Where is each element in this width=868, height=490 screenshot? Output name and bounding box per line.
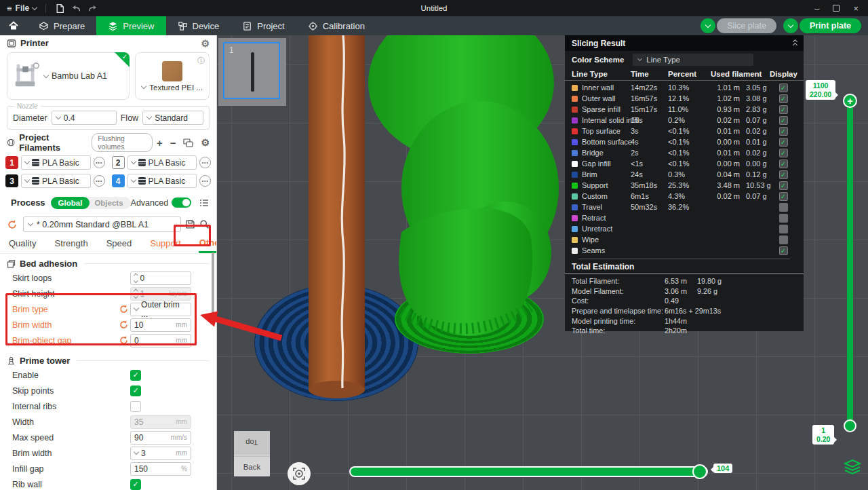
plate-thumbnail[interactable]: 1 bbox=[218, 38, 286, 106]
display-checkbox[interactable]: ✓ bbox=[779, 83, 788, 92]
tab-calibration[interactable]: Calibration bbox=[296, 16, 376, 35]
undo-icon[interactable] bbox=[71, 3, 81, 14]
add-filament-button[interactable]: + bbox=[157, 137, 163, 149]
slice-plate-dropdown[interactable] bbox=[701, 18, 715, 33]
search-icon[interactable] bbox=[199, 219, 210, 229]
select-brim-type[interactable]: Outer brim ... bbox=[130, 303, 191, 316]
display-checkbox[interactable] bbox=[779, 225, 788, 233]
layer-slider-bottom-handle[interactable] bbox=[844, 419, 856, 432]
tab-device[interactable]: Device bbox=[166, 16, 231, 35]
spinner-arrows[interactable] bbox=[134, 290, 138, 297]
navcube-face-back[interactable]: Back bbox=[234, 457, 270, 476]
diameter-select[interactable]: 0.4 bbox=[52, 111, 117, 125]
filament-select[interactable]: PLA Basic bbox=[127, 155, 197, 170]
sidebar-scrollbar[interactable] bbox=[212, 252, 214, 315]
display-checkbox[interactable]: ✓ bbox=[779, 149, 788, 157]
display-checkbox[interactable]: ✓ bbox=[779, 94, 788, 103]
home-button[interactable] bbox=[0, 16, 27, 35]
tab-strength[interactable]: Strength bbox=[54, 235, 88, 252]
slice-plate-button[interactable]: Slice plate bbox=[717, 18, 776, 33]
tab-others[interactable]: Others bbox=[199, 234, 217, 253]
redo-icon[interactable] bbox=[87, 3, 98, 14]
global-objects-toggle[interactable]: Global Objects bbox=[51, 197, 131, 209]
display-checkbox[interactable]: ✓ bbox=[779, 192, 788, 201]
move-slider-handle[interactable] bbox=[692, 464, 707, 479]
file-menu-button[interactable]: ≡ File bbox=[7, 3, 37, 14]
preset-select[interactable]: * 0.20mm Standard @BBL A1 bbox=[23, 216, 181, 232]
display-checkbox[interactable]: ✓ bbox=[779, 105, 788, 114]
input-infill-gap[interactable]: 150% bbox=[130, 462, 191, 476]
input-max-speed[interactable]: 90mm/s bbox=[130, 431, 191, 445]
reset-icon[interactable] bbox=[119, 335, 129, 345]
printer-settings-gear-icon[interactable]: ⚙ bbox=[201, 38, 210, 49]
filament-select[interactable]: PLA Basic bbox=[21, 174, 91, 188]
toggle-objects[interactable]: Objects bbox=[90, 197, 130, 209]
toggle-global[interactable]: Global bbox=[51, 197, 90, 209]
filament-more-button[interactable]: ••• bbox=[94, 175, 105, 187]
new-file-icon[interactable] bbox=[55, 3, 65, 14]
center-view-button[interactable] bbox=[288, 462, 311, 485]
checkbox-enable[interactable]: ✓ bbox=[130, 370, 141, 381]
checkbox-skip-points[interactable]: ✓ bbox=[130, 385, 141, 396]
advanced-toggle[interactable] bbox=[172, 197, 191, 208]
list-view-icon[interactable] bbox=[199, 199, 209, 207]
tab-speed[interactable]: Speed bbox=[106, 235, 133, 252]
minimize-button[interactable]: – bbox=[814, 3, 819, 14]
display-checkbox[interactable]: ✓ bbox=[779, 116, 788, 125]
tab-support[interactable]: Support bbox=[149, 235, 182, 252]
display-checkbox[interactable] bbox=[779, 214, 788, 223]
filament-number-badge[interactable]: 4 bbox=[112, 174, 125, 187]
checkbox-rib-wall[interactable]: ✓ bbox=[130, 479, 141, 490]
display-checkbox[interactable]: ✓ bbox=[779, 170, 788, 179]
filament-select[interactable]: PLA Basic bbox=[21, 155, 91, 170]
display-checkbox[interactable] bbox=[779, 235, 788, 244]
save-preset-icon[interactable] bbox=[185, 219, 195, 229]
reset-icon[interactable] bbox=[119, 304, 129, 314]
display-checkbox[interactable]: ✓ bbox=[779, 138, 788, 147]
navcube-face-top[interactable]: Top bbox=[234, 431, 270, 453]
move-slider[interactable] bbox=[349, 466, 708, 477]
display-checkbox[interactable]: ✓ bbox=[779, 181, 788, 190]
viewport-3d[interactable]: 1 Slicing Result Color Scheme Line Type … bbox=[217, 35, 868, 490]
filament-select[interactable]: PLA Basic bbox=[127, 174, 197, 188]
spinner-arrows[interactable] bbox=[134, 274, 138, 282]
print-plate-button[interactable]: Print plate bbox=[800, 18, 861, 33]
filament-number-badge[interactable]: 3 bbox=[5, 174, 18, 187]
filament-more-button[interactable]: ••• bbox=[94, 157, 105, 168]
layer-slider-track[interactable] bbox=[847, 95, 853, 429]
display-checkbox[interactable]: ✓ bbox=[779, 246, 788, 255]
tab-quality[interactable]: Quality bbox=[8, 235, 37, 252]
printer-card[interactable]: ✓ Bambu Lab A1 bbox=[7, 52, 130, 100]
print-plate-dropdown[interactable] bbox=[783, 18, 798, 33]
preset-reset-icon[interactable] bbox=[7, 219, 18, 230]
flushing-volumes-button[interactable]: Flushing volumes bbox=[92, 133, 153, 152]
display-checkbox[interactable] bbox=[779, 203, 788, 212]
input-brim-object-gap[interactable]: 0mm bbox=[130, 334, 191, 347]
layers-icon[interactable] bbox=[843, 459, 862, 475]
plate-card[interactable]: ⓘ Textured PEI ... bbox=[135, 52, 210, 100]
select-brim-width[interactable]: 3mm bbox=[130, 447, 191, 460]
tab-prepare[interactable]: Prepare bbox=[27, 16, 96, 35]
navigation-cube[interactable]: Top Back bbox=[234, 431, 270, 476]
spinner-skirt-loops[interactable]: 0 bbox=[130, 271, 191, 285]
tab-project[interactable]: Project bbox=[231, 16, 296, 35]
filament-number-badge[interactable]: 2 bbox=[112, 156, 125, 169]
filament-settings-gear-icon[interactable]: ⚙ bbox=[201, 137, 210, 148]
filament-more-button[interactable]: ••• bbox=[199, 175, 211, 187]
filament-more-button[interactable]: ••• bbox=[199, 157, 211, 168]
display-checkbox[interactable]: ✓ bbox=[779, 127, 788, 136]
flow-select[interactable]: Standard bbox=[142, 111, 203, 125]
filament-number-badge[interactable]: 1 bbox=[5, 156, 18, 169]
spinner-skirt-height[interactable]: 1layers bbox=[130, 287, 191, 301]
layer-slider-top-handle[interactable]: + bbox=[843, 94, 857, 108]
display-checkbox[interactable]: ✓ bbox=[779, 159, 788, 168]
reset-icon[interactable] bbox=[119, 320, 129, 330]
checkbox-internal-ribs[interactable] bbox=[130, 401, 141, 412]
remove-filament-button[interactable]: − bbox=[170, 137, 176, 149]
input-width[interactable]: 35mm bbox=[130, 415, 191, 429]
close-button[interactable]: × bbox=[853, 3, 859, 14]
tab-preview[interactable]: Preview bbox=[96, 16, 165, 35]
input-brim-width[interactable]: 10mm bbox=[130, 318, 191, 332]
color-scheme-select[interactable]: Line Type bbox=[633, 54, 753, 66]
info-icon[interactable]: ⓘ bbox=[197, 56, 205, 66]
